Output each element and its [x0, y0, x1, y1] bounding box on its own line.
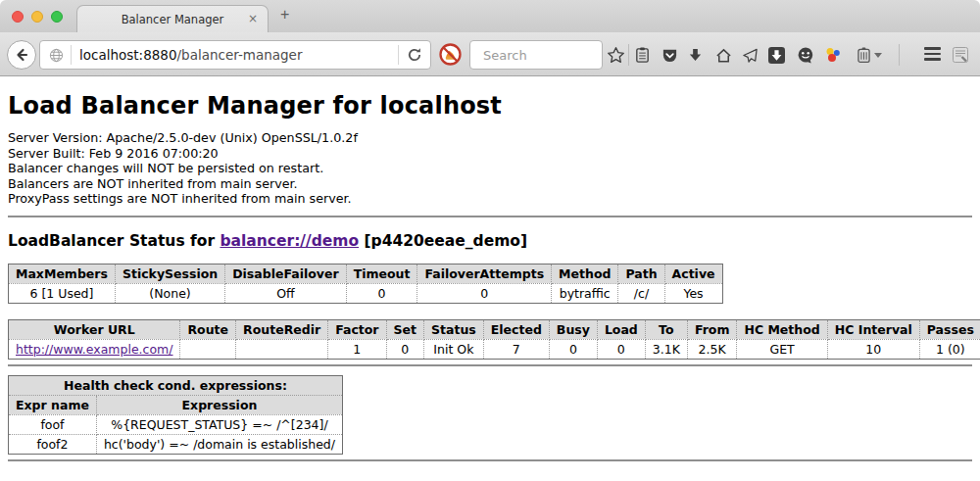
factor-cell: 1	[328, 339, 386, 359]
server-info: Server Version: Apache/2.5.0-dev (Unix) …	[8, 130, 972, 207]
column-header: DisableFailover	[225, 264, 346, 283]
timeout-cell: 0	[346, 283, 417, 303]
column-header: Status	[424, 319, 484, 339]
heading-prefix: LoadBalancer Status for	[8, 232, 220, 250]
balancer-demo-link[interactable]: balancer://demo	[220, 232, 359, 250]
section-divider	[8, 364, 972, 366]
page-content: Load Balancer Manager for localhost Serv…	[0, 76, 980, 480]
column-header: Method	[552, 264, 618, 283]
column-header: HC Method	[737, 319, 827, 339]
method-cell: bytraffic	[552, 283, 618, 303]
column-header: Route	[180, 319, 236, 339]
menu-button[interactable]	[924, 47, 941, 61]
hc-interval-cell: 10	[827, 339, 919, 359]
url-divider	[398, 45, 399, 65]
expr-row: foof %{REQUEST_STATUS} =~ /^[234]/	[9, 414, 343, 434]
extension-page-button[interactable]	[951, 45, 970, 65]
pocket-icon	[662, 47, 678, 64]
download-arrow-icon	[688, 47, 703, 63]
hamburger-icon	[924, 47, 941, 50]
from-cell: 2.5K	[687, 339, 737, 359]
minimize-window-button[interactable]	[31, 11, 43, 23]
bookmark-star-button[interactable]	[606, 45, 625, 65]
tab-strip: Balancer Manager × +	[0, 0, 980, 32]
expression-cell: %{REQUEST_STATUS} =~ /^[234]/	[96, 414, 342, 434]
browser-window: Balancer Manager × + localhost:8880/bala…	[0, 0, 980, 481]
battery-icon	[858, 46, 870, 64]
column-header: Path	[618, 264, 664, 283]
send-tab-button[interactable]	[740, 45, 760, 65]
back-button[interactable]	[7, 40, 36, 70]
url-path: /balancer-manager	[177, 47, 303, 63]
column-header: To	[645, 319, 687, 339]
server-version-line: Server Version: Apache/2.5.0-dev (Unix) …	[8, 130, 972, 146]
url-domain: localhost:8880	[79, 47, 177, 63]
toolbar-divider	[899, 44, 900, 66]
column-header: Timeout	[346, 264, 417, 283]
extension-color-dots-button[interactable]	[823, 45, 843, 65]
reload-button[interactable]	[407, 47, 422, 63]
search-bar[interactable]	[469, 40, 603, 70]
zoom-window-button[interactable]	[51, 11, 63, 23]
tab-balancer-manager[interactable]: Balancer Manager ×	[76, 5, 269, 32]
chevron-down-icon[interactable]	[874, 53, 882, 58]
page-grid-icon	[952, 46, 969, 64]
sticky-session-cell: (None)	[115, 283, 224, 303]
max-members-cell: 6 [1 Used]	[9, 283, 116, 303]
content-blocker-button[interactable]	[438, 42, 463, 67]
tab-close-icon[interactable]: ×	[248, 12, 258, 25]
worker-table: Worker URL Route RouteRedir Factor Set S…	[8, 319, 980, 360]
balancer-summary-table: MaxMembers StickySession DisableFailover…	[8, 264, 723, 304]
url-text[interactable]: localhost:8880/balancer-manager	[79, 47, 398, 63]
set-cell: 0	[386, 339, 423, 359]
globe-icon	[49, 48, 64, 63]
health-table-title: Health check cond. expressions:	[9, 375, 343, 395]
heading-suffix: [p4420eeae_demo]	[359, 232, 527, 250]
health-check-table: Health check cond. expressions: Expr nam…	[8, 375, 343, 455]
new-tab-button[interactable]: +	[280, 6, 289, 24]
loadbalancer-status-heading: LoadBalancer Status for balancer://demo …	[8, 232, 972, 250]
bookmarks-menu-button[interactable]	[632, 45, 652, 65]
load-cell: 0	[597, 339, 645, 359]
page-title: Load Balancer Manager for localhost	[8, 92, 972, 120]
home-icon	[715, 47, 732, 64]
close-window-button[interactable]	[12, 11, 24, 23]
status-cell: Init Ok	[424, 339, 484, 359]
elected-cell: 7	[483, 339, 549, 359]
busy-cell: 0	[549, 339, 597, 359]
url-bar[interactable]: localhost:8880/balancer-manager	[39, 40, 431, 70]
extension-chat-button[interactable]	[796, 45, 815, 65]
column-header: Elected	[483, 319, 549, 339]
to-cell: 3.1K	[645, 339, 687, 359]
worker-url-cell: http://www.example.com/	[9, 339, 180, 359]
column-header: Busy	[549, 319, 597, 339]
column-header: RouteRedir	[236, 319, 328, 339]
disable-failover-cell: Off	[225, 283, 346, 303]
route-cell	[180, 339, 236, 359]
smiley-bubble-icon	[797, 46, 814, 64]
inherit-notice-line: Balancers are NOT inherited from main se…	[8, 176, 972, 192]
reload-icon	[407, 47, 422, 63]
column-header: Expr name	[9, 395, 97, 414]
hc-method-cell: GET	[737, 339, 827, 359]
table-header-row: MaxMembers StickySession DisableFailover…	[9, 264, 723, 283]
pocket-button[interactable]	[660, 45, 679, 65]
section-divider	[8, 459, 972, 461]
column-header: Load	[597, 319, 645, 339]
proxypass-notice-line: ProxyPass settings are NOT inherited fro…	[8, 191, 972, 207]
expr-name-cell: foof	[9, 414, 97, 434]
worker-url-link[interactable]: http://www.example.com/	[16, 342, 172, 357]
expr-name-cell: foof2	[9, 434, 97, 454]
column-header: Worker URL	[9, 319, 180, 339]
extension-container-button[interactable]	[854, 45, 873, 65]
table-header-row: Expr name Expression	[9, 395, 343, 414]
column-header: StickySession	[115, 264, 224, 283]
home-button[interactable]	[713, 45, 733, 65]
url-divider	[71, 45, 72, 65]
downloads-button[interactable]	[685, 45, 705, 65]
extension-download-helper-button[interactable]	[766, 45, 786, 65]
column-header: Expression	[96, 395, 342, 414]
table-row: 6 [1 Used] (None) Off 0 0 bytraffic /c/ …	[9, 283, 723, 303]
tab-title: Balancer Manager	[122, 13, 224, 26]
column-header: FailoverAttempts	[417, 264, 552, 283]
